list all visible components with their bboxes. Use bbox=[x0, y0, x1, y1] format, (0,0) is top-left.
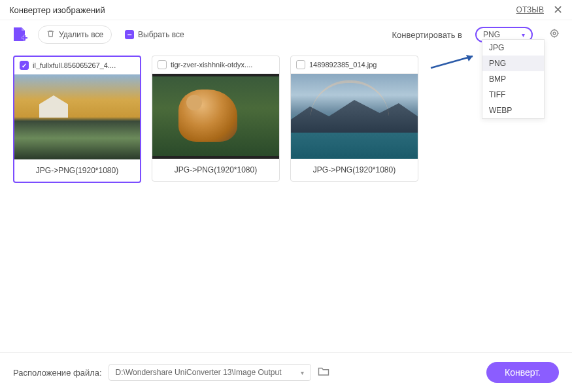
chevron-down-icon: ▾ bbox=[301, 369, 304, 376]
output-path-select[interactable]: D:\Wondershare UniConverter 13\Image Out… bbox=[109, 364, 311, 381]
titlebar: Конвертер изображений ОТЗЫВ ✕ bbox=[0, 0, 572, 20]
card-thumbnail bbox=[14, 74, 140, 159]
dropdown-item-webp[interactable]: WEBP bbox=[482, 103, 544, 118]
titlebar-right: ОТЗЫВ ✕ bbox=[516, 4, 563, 16]
card-header: 1489892385_014.jpg bbox=[291, 56, 418, 74]
select-all-icon: − bbox=[125, 30, 134, 39]
dropdown-item-tiff[interactable]: TIFF bbox=[482, 87, 544, 103]
card-filename: 1489892385_014.jpg bbox=[309, 61, 377, 69]
image-card[interactable]: tigr-zver-xishhnik-otdyx.... JPG->PNG(19… bbox=[152, 56, 280, 182]
card-conversion-info: JPG->PNG(1920*1080) bbox=[14, 159, 140, 182]
add-file-button[interactable] bbox=[12, 26, 27, 43]
footer: Расположение файла: D:\Wondershare UniCo… bbox=[0, 352, 572, 392]
card-header: il_fullxfull.856065267_4.... bbox=[14, 57, 140, 74]
card-thumbnail bbox=[291, 74, 418, 159]
app-title: Конвертер изображений bbox=[9, 5, 105, 15]
card-checkbox[interactable] bbox=[296, 60, 305, 69]
delete-all-label: Удалить все bbox=[59, 30, 103, 39]
card-checkbox[interactable] bbox=[158, 60, 167, 69]
trash-icon bbox=[46, 29, 55, 40]
dropdown-item-png[interactable]: PNG bbox=[482, 56, 544, 71]
feedback-link[interactable]: ОТЗЫВ bbox=[516, 5, 544, 14]
svg-rect-5 bbox=[24, 35, 25, 41]
dropdown-item-bmp[interactable]: BMP bbox=[482, 71, 544, 87]
add-file-icon bbox=[12, 26, 27, 43]
chevron-down-icon: ▾ bbox=[522, 31, 525, 39]
convert-button[interactable]: Конверт. bbox=[486, 362, 559, 383]
select-all-button[interactable]: − Выбрать все bbox=[122, 27, 192, 42]
settings-icon[interactable] bbox=[548, 27, 560, 42]
select-all-label: Выбрать все bbox=[138, 30, 184, 39]
output-path-value: D:\Wondershare UniConverter 13\Image Out… bbox=[116, 368, 282, 377]
card-filename: il_fullxfull.856065267_4.... bbox=[33, 61, 116, 69]
dropdown-item-jpg[interactable]: JPG bbox=[482, 40, 544, 56]
open-folder-button[interactable] bbox=[318, 366, 329, 379]
convert-to-label: Конвертировать в bbox=[392, 30, 462, 40]
card-checkbox[interactable] bbox=[20, 61, 29, 70]
format-selected-value: PNG bbox=[483, 30, 500, 39]
svg-point-7 bbox=[553, 32, 556, 35]
svg-point-6 bbox=[551, 30, 558, 37]
card-conversion-info: JPG->PNG(1920*1080) bbox=[291, 159, 418, 181]
card-conversion-info: JPG->PNG(1920*1080) bbox=[152, 159, 279, 181]
format-dropdown: JPG PNG BMP TIFF WEBP bbox=[482, 39, 545, 119]
close-icon[interactable]: ✕ bbox=[553, 4, 563, 16]
card-filename: tigr-zver-xishhnik-otdyx.... bbox=[171, 61, 252, 69]
image-card[interactable]: 1489892385_014.jpg JPG->PNG(1920*1080) bbox=[290, 56, 418, 182]
card-thumbnail bbox=[152, 74, 279, 159]
file-location-label: Расположение файла: bbox=[13, 368, 102, 378]
delete-all-button[interactable]: Удалить все bbox=[38, 25, 112, 44]
card-header: tigr-zver-xishhnik-otdyx.... bbox=[152, 56, 279, 74]
image-card[interactable]: il_fullxfull.856065267_4.... JPG->PNG(19… bbox=[13, 56, 141, 183]
